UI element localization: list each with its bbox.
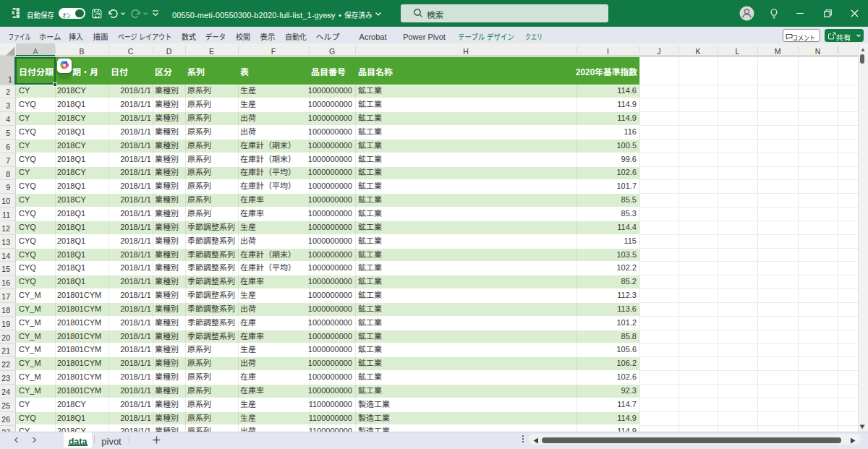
svg-text:X: X bbox=[12, 9, 15, 16]
